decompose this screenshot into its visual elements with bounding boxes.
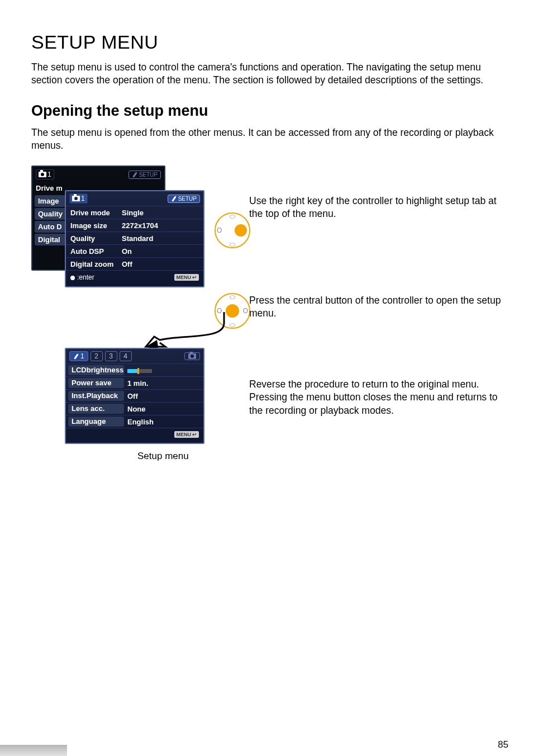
page-number: 85 bbox=[498, 739, 508, 750]
menu-value: None bbox=[127, 405, 199, 413]
setup-menu-caption: Setup menu bbox=[137, 451, 189, 462]
setup-row: Power save1 min. bbox=[66, 376, 203, 389]
setup-tab-camera bbox=[184, 352, 200, 360]
setup-tag-label: SETUP bbox=[178, 196, 197, 202]
oval-icon: ⬭ bbox=[230, 293, 235, 301]
setup-menu: 1 2 3 4 LCDbrightness Power save1 min. I… bbox=[65, 348, 204, 444]
menu-key: Auto DSP bbox=[70, 247, 122, 256]
sub-intro-paragraph: The setup menu is opened from the other … bbox=[31, 126, 502, 152]
setup-tag-highlighted: SETUP bbox=[168, 195, 200, 203]
menu-value: 2272x1704 bbox=[122, 221, 158, 230]
section-subtitle: Opening the setup menu bbox=[31, 102, 502, 120]
menu-value bbox=[127, 366, 199, 375]
enter-hint: :enter bbox=[70, 273, 94, 281]
setup-tab-3: 3 bbox=[105, 351, 117, 361]
menu-value: Off bbox=[127, 392, 199, 400]
oval-icon: ⬭ bbox=[230, 212, 235, 220]
menu-key: Digital zoom bbox=[70, 260, 122, 268]
camera-tab-back: 1 bbox=[36, 169, 54, 179]
controller-center-button: ⬭ ⬭ O O bbox=[215, 293, 250, 329]
tab-number: 1 bbox=[47, 171, 51, 178]
page-title: SETUP MENU bbox=[31, 31, 502, 53]
tab-number: 1 bbox=[81, 195, 85, 202]
recording-menu-front: 1 SETUP Drive modeSingle Image size2272x… bbox=[65, 190, 204, 287]
menu-row: Digital zoomOff bbox=[66, 257, 203, 270]
menu-value: English bbox=[127, 418, 199, 426]
intro-paragraph: The setup menu is used to control the ca… bbox=[31, 61, 502, 87]
menu-value: Off bbox=[122, 260, 132, 268]
wrench-icon bbox=[171, 196, 177, 202]
menu-key: Language bbox=[68, 417, 124, 427]
setup-row: LanguageEnglish bbox=[66, 415, 203, 428]
setup-row: Lens acc.None bbox=[66, 402, 203, 415]
menu-row: Image size2272x1704 bbox=[66, 219, 203, 231]
setup-tab-2: 2 bbox=[91, 351, 103, 361]
o-mark: O bbox=[217, 226, 222, 234]
wrench-icon bbox=[73, 353, 79, 360]
menu-key: Image size bbox=[70, 221, 122, 230]
explain-right-key: Use the right key of the controller to h… bbox=[249, 195, 506, 220]
menu-key: Inst.Playback bbox=[68, 391, 124, 401]
brightness-slider-icon bbox=[127, 369, 152, 373]
setup-tag-back: SETUP bbox=[129, 171, 161, 179]
menu-value: Standard bbox=[122, 234, 153, 243]
explain-center-button: Press the central button of the controll… bbox=[249, 294, 506, 320]
menu-chip: MENU ↩ bbox=[174, 274, 199, 281]
camera-tab-front: 1 bbox=[69, 193, 88, 204]
center-highlight bbox=[226, 304, 239, 318]
menu-key: Power save bbox=[68, 378, 124, 388]
camera-icon bbox=[72, 196, 80, 201]
footer-gradient-bar bbox=[0, 745, 67, 756]
menu-key: Drive mode bbox=[70, 209, 122, 217]
return-icon: ↩ bbox=[192, 432, 197, 437]
o-mark: O bbox=[243, 307, 248, 315]
return-icon: ↩ bbox=[192, 275, 197, 280]
camera-icon bbox=[188, 353, 196, 359]
wrench-icon bbox=[132, 172, 138, 178]
setup-row: LCDbrightness bbox=[66, 363, 203, 376]
right-key-highlight bbox=[235, 224, 247, 237]
arrow-icon bbox=[115, 312, 227, 351]
menu-key: Lens acc. bbox=[68, 404, 124, 414]
controller-right-key: ⬭ ⬭ O bbox=[215, 212, 250, 248]
setup-tab-4: 4 bbox=[120, 351, 132, 361]
menu-key: Quality bbox=[70, 234, 122, 243]
oval-icon: ⬭ bbox=[230, 321, 235, 329]
menu-value: Single bbox=[122, 209, 144, 217]
menu-value: On bbox=[122, 247, 132, 256]
oval-icon: ⬭ bbox=[230, 240, 235, 248]
explain-reverse: Reverse the procedure to return to the o… bbox=[249, 378, 506, 417]
menu-row: Auto DSPOn bbox=[66, 244, 203, 257]
setup-row: Inst.PlaybackOff bbox=[66, 389, 203, 402]
o-mark: O bbox=[217, 307, 222, 315]
menu-value: 1 min. bbox=[127, 379, 199, 388]
setup-tab-1: 1 bbox=[69, 351, 88, 361]
menu-row: Drive modeSingle bbox=[66, 206, 203, 219]
menu-chip: MENU ↩ bbox=[174, 431, 199, 438]
setup-tag-label: SETUP bbox=[139, 172, 158, 178]
camera-icon bbox=[39, 172, 46, 177]
menu-key: LCDbrightness bbox=[68, 365, 124, 375]
menu-row: QualityStandard bbox=[66, 231, 203, 244]
